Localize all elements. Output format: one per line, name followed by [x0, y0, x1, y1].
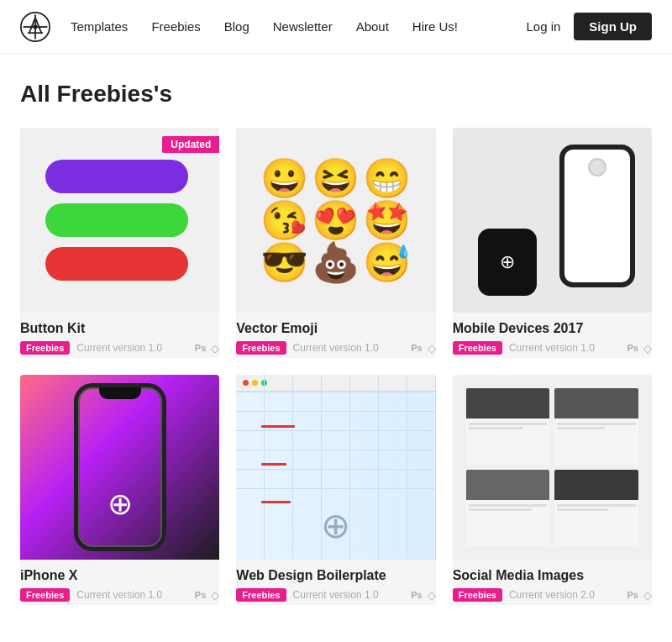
card-format-icons: Ps ◇: [627, 589, 652, 602]
preview-red-btn: [45, 247, 188, 281]
card-title: Mobile Devices 2017: [453, 321, 652, 336]
login-button[interactable]: Log in: [526, 19, 560, 34]
ps-icon: Ps: [411, 590, 422, 600]
card-boilerplate[interactable]: ⊕ Web Design Boilerplate Freebies Curren…: [236, 375, 435, 605]
card-thumb-iphone: ⊕: [20, 375, 219, 560]
card-body-boilerplate: Web Design Boilerplate Freebies Current …: [236, 560, 435, 605]
card-title: Button Kit: [20, 321, 219, 336]
watch-outline: ⊕: [478, 229, 537, 296]
card-iphone-x[interactable]: ⊕ iPhone X Freebies Current version 1.0 …: [20, 375, 219, 605]
card-meta: Freebies Current version 1.0 Ps ◇: [236, 588, 435, 602]
card-thumb-emoji: 😀 😆 😁 😘 😍 🤩 😎 💩 😅: [236, 128, 435, 313]
bp-row: [236, 469, 435, 470]
updated-badge: Updated: [162, 136, 219, 153]
freebies-badge: Freebies: [453, 588, 502, 602]
page-title: All Freebies's: [20, 81, 652, 108]
card-version: Current version 1.0: [76, 342, 162, 354]
emoji-4: 😘: [260, 201, 308, 239]
iphone-x-notch: [99, 387, 141, 399]
sc-bottom: [466, 418, 550, 465]
card-thumb-social: [453, 375, 652, 560]
nav-links: Templates Freebies Blog Newsletter About…: [71, 19, 526, 34]
sc-line: [557, 508, 608, 511]
preview-green-btn: [45, 203, 188, 237]
emoji-5: 😍: [312, 201, 360, 239]
card-version: Current version 1.0: [509, 342, 595, 354]
nav-blog[interactable]: Blog: [224, 19, 249, 34]
freebies-badge: Freebies: [236, 588, 286, 602]
social-card-3: [466, 470, 550, 546]
sketch-icon: ◇: [643, 342, 652, 355]
iphone-x-preview: ⊕: [20, 375, 219, 560]
card-version: Current version 1.0: [293, 589, 379, 601]
sc-line: [557, 504, 636, 507]
bp-row: [236, 411, 435, 412]
bp-red-line-1: [261, 425, 295, 428]
ps-icon: Ps: [195, 590, 206, 600]
card-meta: Freebies Current version 1.0 Ps ◇: [236, 341, 435, 355]
card-title: iPhone X: [20, 568, 219, 583]
phone-camera: [588, 158, 606, 176]
card-vector-emoji[interactable]: 😀 😆 😁 😘 😍 🤩 😎 💩 😅 Vector Emoji Freebies …: [236, 128, 435, 358]
card-mobile-devices[interactable]: ⊕ Mobile Devices 2017 Freebies Current v…: [453, 128, 652, 358]
sc-bottom: [466, 500, 550, 546]
nav-templates[interactable]: Templates: [71, 19, 128, 34]
sketch-icon: ◇: [428, 589, 436, 602]
navbar: Templates Freebies Blog Newsletter About…: [0, 0, 672, 54]
ps-icon: Ps: [411, 343, 422, 353]
iphone-x-frame: ⊕: [74, 383, 166, 551]
card-meta: Freebies Current version 1.0 Ps ◇: [20, 341, 219, 355]
bp-rows: [236, 392, 435, 508]
bp-row: [236, 430, 435, 431]
freebies-badge: Freebies: [453, 341, 502, 355]
social-preview: [453, 375, 652, 560]
iphone-x-logo: ⊕: [108, 487, 133, 522]
mobile-devices-preview: ⊕: [453, 128, 652, 313]
card-meta: Freebies Current version 1.0 Ps ◇: [453, 341, 652, 355]
emoji-3: 😁: [363, 159, 411, 197]
sketch-icon: ◇: [211, 589, 219, 602]
site-logo[interactable]: [20, 12, 50, 42]
card-title: Vector Emoji: [236, 321, 435, 336]
sc-bottom: [554, 500, 638, 546]
boilerplate-logo: ⊕: [321, 505, 350, 546]
signup-button[interactable]: Sign Up: [574, 13, 652, 40]
sc-bottom: [554, 418, 638, 465]
card-format-icons: Ps ◇: [195, 589, 219, 602]
sc-top: [466, 388, 550, 418]
social-card-1: [466, 388, 550, 465]
sc-line: [469, 427, 524, 429]
card-meta: Freebies Current version 1.0 Ps ◇: [20, 588, 219, 602]
sc-line: [557, 427, 604, 429]
card-thumb-mobile: ⊕: [453, 128, 652, 313]
card-button-kit[interactable]: Updated Button Kit Freebies Current vers…: [20, 128, 219, 358]
bp-row: [236, 488, 435, 489]
sc-line: [469, 504, 548, 507]
nav-freebies[interactable]: Freebies: [151, 19, 200, 34]
sketch-icon: ◇: [428, 342, 436, 355]
card-title: Web Design Boilerplate: [236, 568, 435, 583]
emoji-1: 😀: [260, 159, 308, 197]
card-body-emoji: Vector Emoji Freebies Current version 1.…: [236, 313, 435, 358]
card-thumb-boilerplate: ⊕: [236, 375, 435, 560]
emoji-6: 🤩: [363, 201, 411, 239]
card-format-icons: Ps ◇: [627, 342, 652, 355]
card-social-media[interactable]: Social Media Images Freebies Current ver…: [453, 375, 652, 605]
preview-purple-btn: [45, 160, 188, 193]
card-body-iphone: iPhone X Freebies Current version 1.0 Ps…: [20, 560, 219, 605]
sc-line: [469, 423, 548, 425]
nav-newsletter[interactable]: Newsletter: [273, 19, 333, 34]
phone-outline: [559, 145, 635, 287]
emoji-2: 😆: [312, 159, 360, 197]
nav-hire[interactable]: Hire Us!: [412, 19, 458, 34]
card-thumb-button-kit: Updated: [20, 128, 219, 313]
ps-icon: Ps: [627, 343, 638, 353]
ps-icon: Ps: [195, 343, 206, 353]
nav-about[interactable]: About: [356, 19, 389, 34]
freebies-badge: Freebies: [20, 588, 70, 602]
sketch-icon: ◇: [211, 342, 219, 355]
ps-icon: Ps: [627, 590, 638, 600]
bp-red-line-3: [261, 501, 291, 503]
card-version: Current version 1.0: [293, 342, 379, 354]
sc-top: [554, 388, 638, 418]
